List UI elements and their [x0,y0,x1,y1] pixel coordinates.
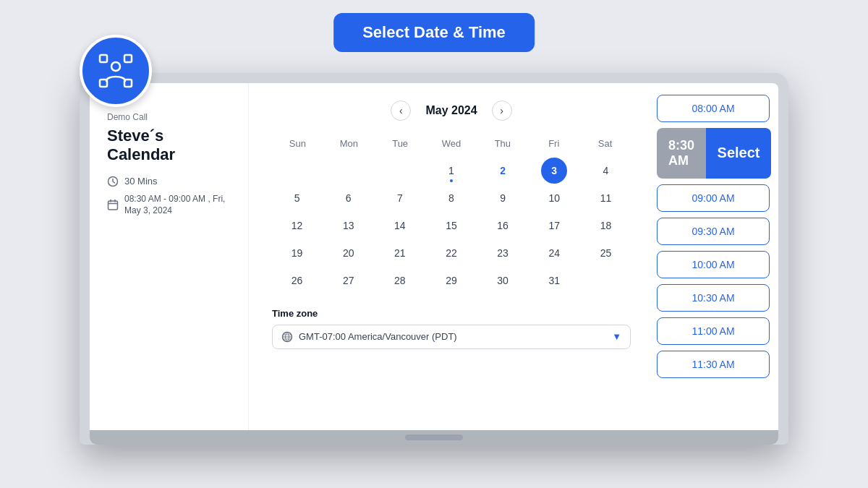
avatar-icon [97,52,135,90]
prev-month-button[interactable]: ‹ [391,100,411,121]
clock-icon [107,176,119,187]
calendar-icon [107,199,119,210]
timezone-value: GMT-07:00 America/Vancouver (PDT) [299,331,457,342]
timezone-chevron-icon: ▼ [612,331,621,342]
weekday-sun: Sun [272,135,323,152]
svg-point-4 [111,62,120,71]
calendar-day[interactable]: 22 [438,240,464,266]
timezone-select[interactable]: GMT-07:00 America/Vancouver (PDT) ▼ [272,325,631,349]
calendar-day[interactable]: 31 [541,267,567,294]
time-slot[interactable]: 08:00 AM [657,95,770,122]
calendar-header: ‹ May 2024 › [272,100,631,121]
weekday-fri: Fri [528,135,579,152]
time-slot[interactable]: 09:30 AM [657,218,770,245]
duration-row: 30 Mins [107,176,231,187]
demo-call-label: Demo Call [107,112,231,122]
svg-rect-1 [124,55,132,62]
calendar-day[interactable]: 16 [490,213,516,239]
scene: Select Date & Time Demo Call Steve´s Cal… [36,13,832,476]
time-slot-selected-row: 8:30 AMSelect [657,128,770,179]
time-slot[interactable]: 10:30 AM [657,284,770,312]
calendar-day[interactable]: 29 [438,267,464,294]
main-panel: ‹ May 2024 › Sun Mon Tue Wed Thu F [249,83,648,430]
next-month-button[interactable]: › [492,100,512,121]
calendar-day[interactable]: 15 [438,213,464,239]
time-slot[interactable]: 11:00 AM [657,317,770,345]
calendar-day[interactable]: 2 [490,158,516,184]
weekday-mon: Mon [323,135,375,152]
select-time-button[interactable]: Select [706,128,771,179]
month-year-label: May 2024 [425,104,477,117]
calendar-day[interactable]: 12 [284,213,310,239]
calendar-day[interactable]: 5 [284,185,310,211]
calendar-day[interactable]: 18 [592,213,618,239]
calendar-day[interactable]: 14 [387,213,413,239]
weekday-wed: Wed [426,135,477,152]
calendar-day[interactable]: 27 [336,267,362,294]
calendar-grid: Sun Mon Tue Wed Thu Fri Sat 123456789101… [272,135,631,294]
avatar [80,35,152,107]
calendar-day[interactable]: 26 [284,267,310,294]
calendar-day[interactable]: 3 [541,158,567,184]
datetime-row: 08:30 AM - 09:00 AM , Fri, May 3, 2024 [107,193,231,218]
time-slots-panel: 08:00 AM8:30 AMSelect09:00 AM09:30 AM10:… [648,83,778,430]
calendar-day[interactable]: 4 [592,158,618,184]
calendar-day[interactable]: 19 [284,240,310,266]
svg-rect-6 [109,201,118,210]
globe-icon [281,331,293,343]
calendar-day[interactable]: 24 [541,240,567,266]
time-slot[interactable]: 11:30 AM [657,351,770,378]
days-grid: 1234567891011121314151617181920212223242… [272,158,631,294]
calendar-day[interactable]: 13 [336,213,362,239]
calendar-day[interactable]: 9 [490,185,516,211]
left-panel: Demo Call Steve´s Calendar 30 Mins [90,83,249,430]
laptop-screen: Demo Call Steve´s Calendar 30 Mins [90,83,778,430]
calendar-day[interactable]: 6 [336,185,362,211]
laptop: Demo Call Steve´s Calendar 30 Mins [80,73,788,445]
duration-text: 30 Mins [124,176,158,187]
weekday-sat: Sat [579,135,631,152]
datetime-text: 08:30 AM - 09:00 AM , Fri, May 3, 2024 [124,193,231,218]
selected-time-display: 8:30 AM [657,128,706,179]
timezone-section: Time zone GMT-07:00 America/Vancouver (P… [272,308,631,349]
calendar-day[interactable]: 25 [592,240,618,266]
title-badge: Select Date & Time [333,13,535,52]
calendar-day[interactable]: 23 [490,240,516,266]
weekday-thu: Thu [477,135,528,152]
svg-rect-0 [100,55,107,62]
calendar-day[interactable]: 20 [336,240,362,266]
time-slot[interactable]: 09:00 AM [657,184,770,212]
calendar-day[interactable]: 21 [387,240,413,266]
calendar-day[interactable]: 1 [438,158,464,184]
timezone-label: Time zone [272,308,631,319]
title-text: Select Date & Time [362,23,506,41]
calendar-day[interactable]: 8 [438,185,464,211]
calendar-day[interactable]: 17 [541,213,567,239]
weekday-tue: Tue [375,135,426,152]
time-slot[interactable]: 10:00 AM [657,251,770,278]
laptop-notch [405,435,463,440]
calendar-day[interactable]: 10 [541,185,567,211]
calendar-day[interactable]: 11 [592,185,618,211]
calendar-day[interactable]: 30 [490,267,516,294]
weekdays-row: Sun Mon Tue Wed Thu Fri Sat [272,135,631,152]
calendar-owner: Steve´s Calendar [107,127,231,164]
calendar-day[interactable]: 7 [387,185,413,211]
calendar-day[interactable]: 28 [387,267,413,294]
laptop-base [90,430,778,445]
